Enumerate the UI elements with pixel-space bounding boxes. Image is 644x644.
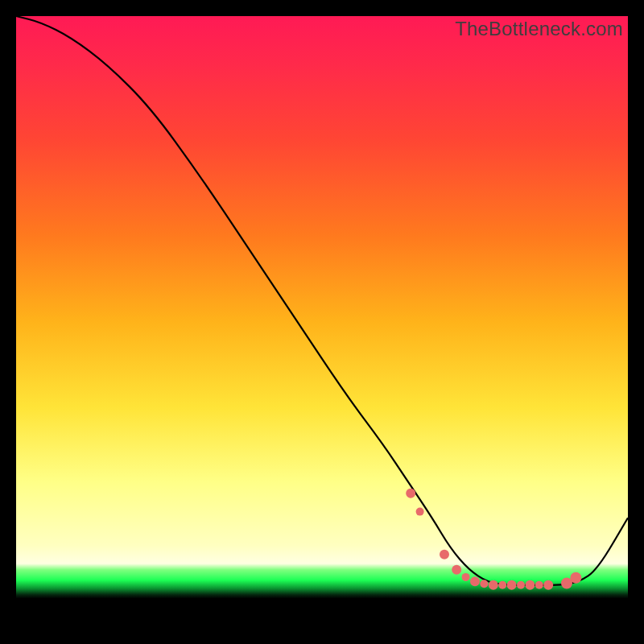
marker-group	[406, 489, 581, 590]
curve-marker	[416, 508, 424, 516]
curve-marker	[480, 580, 488, 588]
curve-marker	[570, 572, 581, 584]
curve-marker	[470, 576, 480, 586]
curve-marker	[507, 580, 517, 590]
curve-marker	[535, 581, 543, 589]
chart-svg	[16, 16, 628, 628]
curve-marker	[489, 580, 498, 590]
curve-marker	[440, 550, 449, 559]
curve-marker	[525, 580, 535, 590]
curve-marker	[452, 565, 461, 575]
curve-marker	[498, 581, 506, 589]
curve-marker	[462, 573, 470, 581]
curve-marker	[543, 580, 553, 590]
curve-marker	[406, 489, 415, 498]
bottleneck-curve	[16, 16, 628, 585]
curve-marker	[517, 581, 525, 589]
chart-frame: TheBottleneck.com	[16, 16, 628, 628]
